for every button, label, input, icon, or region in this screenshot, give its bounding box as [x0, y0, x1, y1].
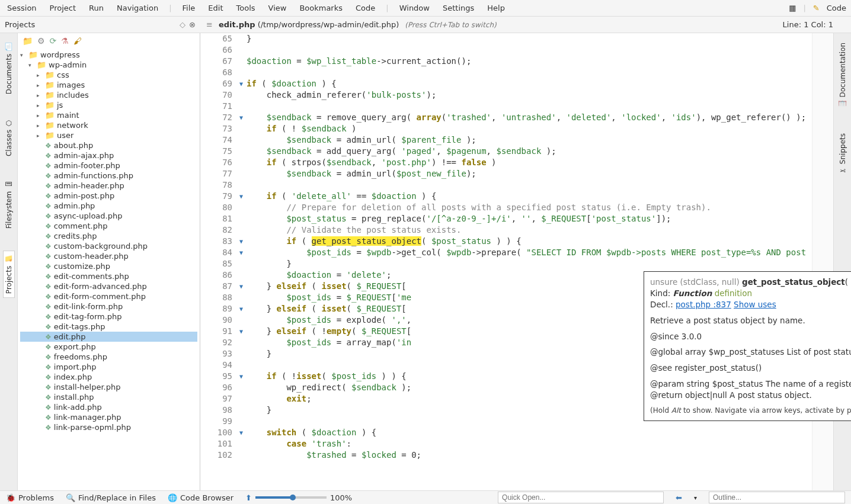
fold-marker[interactable]: ▼	[236, 371, 247, 382]
fold-marker[interactable]: ▼	[236, 236, 247, 247]
menu-bookmarks[interactable]: Bookmarks	[297, 2, 345, 14]
folder-icon[interactable]: 📁	[23, 36, 33, 46]
tree-file[interactable]: ❖link-add.php	[20, 402, 197, 412]
tree-file[interactable]: ❖link-manager.php	[20, 412, 197, 422]
tree-file[interactable]: ❖export.php	[20, 342, 197, 352]
zoom-control[interactable]: ⬆ 100%	[245, 493, 352, 502]
expand-icon[interactable]: ▾	[20, 52, 26, 58]
menu-help[interactable]: Help	[485, 2, 507, 14]
line-col-indicator[interactable]: Line: 1 Col: 1	[771, 20, 845, 29]
tree-file[interactable]: ❖custom-background.php	[20, 241, 197, 251]
fold-marker[interactable]: ▼	[236, 281, 247, 292]
menu-tools[interactable]: Tools	[234, 2, 258, 14]
sb-code-browser[interactable]: 🌐 Code Browser	[168, 493, 233, 502]
fold-column[interactable]: ▼▼▼▼▼▼▼▼▼▼	[236, 33, 247, 490]
tree-file[interactable]: ❖import.php	[20, 362, 197, 372]
refresh-icon[interactable]: ⟳	[50, 36, 57, 46]
tree-file[interactable]: ❖edit-form-comment.php	[20, 291, 197, 301]
tab-filename[interactable]: edit.php	[219, 20, 255, 29]
tab-projects[interactable]: Projects 📁	[3, 251, 15, 298]
dropdown-icon[interactable]: ▾	[694, 495, 697, 501]
code-content[interactable]: } $doaction = $wp_list_table->current_ac…	[247, 33, 812, 490]
close-panel-icon[interactable]: ⊗	[189, 20, 196, 29]
expand-icon[interactable]: ▸	[37, 92, 43, 98]
tab-documentation[interactable]: 📖 Documentation	[837, 39, 848, 112]
collapse-icon[interactable]: ◇	[180, 20, 185, 29]
fold-marker[interactable]: ▼	[236, 326, 247, 337]
filter-icon[interactable]: ⚗	[61, 36, 69, 46]
fold-marker[interactable]: ▼	[236, 427, 247, 438]
back-icon[interactable]: ⬅	[676, 493, 682, 502]
tree-file[interactable]: ❖customize.php	[20, 261, 197, 271]
tree-file[interactable]: ❖async-upload.php	[20, 211, 197, 221]
tree-file[interactable]: ❖admin-ajax.php	[20, 150, 197, 160]
minimap[interactable]	[812, 33, 833, 490]
tree-folder[interactable]: ▾📁wp-admin	[20, 60, 197, 70]
tree-file[interactable]: ❖edit.php	[20, 332, 197, 342]
menu-view[interactable]: View	[266, 2, 289, 14]
outline-input[interactable]	[709, 492, 845, 503]
tree-file[interactable]: ❖edit-form-advanced.php	[20, 281, 197, 291]
fold-marker[interactable]: ▼	[236, 78, 247, 89]
tab-classes[interactable]: Classes ⬡	[4, 115, 14, 160]
menu-navigation[interactable]: Navigation	[114, 2, 161, 14]
tree-folder[interactable]: ▸📁images	[20, 80, 197, 90]
menu-project[interactable]: Project	[47, 2, 78, 14]
tree-file[interactable]: ❖about.php	[20, 140, 197, 150]
tree-file[interactable]: ❖admin-header.php	[20, 181, 197, 191]
tree-folder[interactable]: ▸📁includes	[20, 90, 197, 100]
tree-file[interactable]: ❖edit-link-form.php	[20, 301, 197, 312]
menu-window[interactable]: Window	[397, 2, 432, 14]
pencil-icon[interactable]: ✎	[813, 4, 820, 12]
menu-run[interactable]: Run	[87, 2, 106, 14]
tree-file[interactable]: ❖admin-footer.php	[20, 160, 197, 171]
tab-documents[interactable]: Documents 📄	[4, 39, 14, 98]
fold-marker[interactable]: ▼	[236, 191, 247, 202]
tree-file[interactable]: ❖admin-post.php	[20, 191, 197, 201]
grid-icon[interactable]: ▦	[789, 4, 796, 12]
tree-file[interactable]: ❖freedoms.php	[20, 352, 197, 362]
tree-folder[interactable]: ▸📁maint	[20, 110, 197, 120]
tree-folder[interactable]: ▸📁js	[20, 100, 197, 110]
sb-problems[interactable]: 🐞 Problems	[6, 493, 54, 502]
tree-file[interactable]: ❖comment.php	[20, 221, 197, 231]
expand-icon[interactable]: ▸	[37, 123, 43, 129]
code-label[interactable]: Code	[827, 4, 846, 12]
tree-file[interactable]: ❖link-parse-opml.php	[20, 422, 197, 432]
tree-file[interactable]: ❖install-helper.php	[20, 382, 197, 392]
expand-icon[interactable]: ▸	[37, 82, 43, 88]
tab-filesystem[interactable]: Filesystem 🖴	[4, 178, 14, 232]
sb-find-replace[interactable]: 🔍 Find/Replace in Files	[66, 493, 156, 502]
tree-folder[interactable]: ▸📁network	[20, 120, 197, 130]
quick-open-input[interactable]	[498, 492, 664, 503]
tooltip-uses-link[interactable]: Show uses	[734, 300, 776, 309]
brush-icon[interactable]: 🖌	[73, 36, 82, 46]
gear-icon[interactable]: ⚙	[37, 36, 45, 46]
tree-file[interactable]: ❖index.php	[20, 372, 197, 382]
expand-icon[interactable]: ▾	[28, 62, 34, 68]
expand-icon[interactable]: ▸	[37, 72, 43, 78]
project-tree[interactable]: ▾📁wordpress▾📁wp-admin▸📁css▸📁images▸📁incl…	[18, 49, 200, 490]
zoom-up-icon[interactable]: ⬆	[245, 493, 252, 502]
menu-edit[interactable]: Edit	[206, 2, 225, 14]
tree-folder[interactable]: ▸📁user	[20, 130, 197, 140]
expand-icon[interactable]: ▸	[37, 133, 43, 139]
code-editor[interactable]: 6566676869707172737475767778798081828384…	[200, 33, 833, 490]
tree-folder[interactable]: ▸📁css	[20, 70, 197, 80]
tooltip-decl-link[interactable]: post.php :837	[676, 300, 731, 309]
expand-icon[interactable]: ▸	[37, 102, 43, 108]
menu-file[interactable]: File	[180, 2, 198, 14]
tree-file[interactable]: ❖install.php	[20, 392, 197, 402]
tab-snippets[interactable]: ✂ Snippets	[837, 130, 848, 178]
menu-code[interactable]: Code	[353, 2, 377, 14]
expand-icon[interactable]: ▸	[37, 113, 43, 118]
list-icon[interactable]: ≡	[206, 20, 213, 29]
tree-file[interactable]: ❖edit-tag-form.php	[20, 312, 197, 322]
fold-marker[interactable]: ▼	[236, 112, 247, 123]
tree-file[interactable]: ❖edit-tags.php	[20, 322, 197, 332]
fold-marker[interactable]: ▼	[236, 303, 247, 314]
tree-file[interactable]: ❖admin.php	[20, 201, 197, 211]
tree-file[interactable]: ❖credits.php	[20, 231, 197, 241]
tree-file[interactable]: ❖admin-functions.php	[20, 171, 197, 181]
menu-settings[interactable]: Settings	[440, 2, 476, 14]
